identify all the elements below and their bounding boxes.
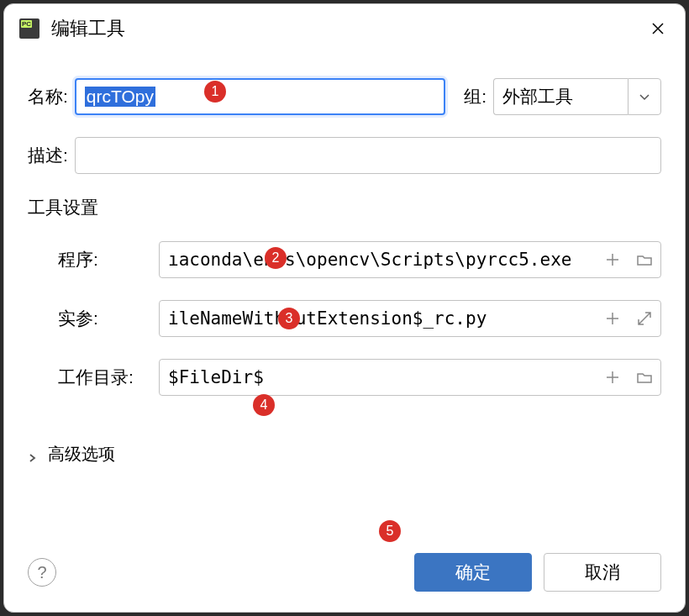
ok-button[interactable]: 确定: [414, 553, 532, 592]
working-dir-browse-button[interactable]: [629, 359, 660, 396]
name-input[interactable]: qrcTOpy: [75, 78, 445, 115]
arguments-input[interactable]: ileNameWithoutExtension$_rc.py: [159, 300, 661, 337]
advanced-options-label: 高级选项: [48, 443, 115, 466]
arguments-expand-button[interactable]: [629, 300, 660, 337]
group-value: 外部工具: [502, 85, 573, 108]
description-input[interactable]: [75, 137, 661, 174]
working-dir-label: 工作目录:: [58, 366, 159, 389]
arguments-value: ileNameWithoutExtension$_rc.py: [160, 308, 597, 329]
program-insert-macro-button[interactable]: [597, 241, 629, 278]
program-input[interactable]: ıaconda\envs\opencv\Scripts\pyrcc5.exe: [159, 241, 661, 278]
pycharm-icon: [19, 18, 39, 39]
plus-icon: [604, 369, 621, 386]
titlebar: 编辑工具: [4, 4, 685, 53]
plus-icon: [604, 310, 621, 327]
annotation-badge-2: 2: [265, 247, 287, 269]
program-value: ıaconda\envs\opencv\Scripts\pyrcc5.exe: [160, 250, 597, 270]
description-label: 描述:: [28, 144, 68, 167]
tool-settings-title: 工具设置: [28, 196, 661, 219]
dialog-content: 1 2 3 4 5 名称: qrcTOpy 组: 外部工具 描述:: [4, 53, 685, 553]
working-dir-insert-macro-button[interactable]: [597, 359, 629, 396]
description-row: 描述:: [28, 137, 661, 174]
group-value-field[interactable]: 外部工具: [493, 78, 628, 115]
annotation-badge-4: 4: [253, 394, 275, 416]
name-label: 名称:: [28, 85, 68, 108]
close-icon: [651, 22, 665, 35]
expand-icon: [636, 310, 653, 327]
close-button[interactable]: [648, 18, 668, 39]
annotation-badge-1: 1: [204, 81, 226, 103]
folder-icon: [636, 251, 653, 268]
program-label: 程序:: [58, 248, 159, 271]
group-dropdown-button[interactable]: [628, 78, 661, 115]
working-dir-value: $FileDir$: [160, 367, 597, 387]
name-group-row: 名称: qrcTOpy 组: 外部工具: [28, 78, 661, 115]
program-browse-button[interactable]: [629, 241, 660, 278]
arguments-insert-macro-button[interactable]: [597, 300, 629, 337]
dialog-footer: ? 确定 取消: [4, 553, 685, 612]
working-dir-row: 工作目录: $FileDir$: [28, 359, 661, 396]
name-value: qrcTOpy: [85, 87, 155, 107]
group-dropdown[interactable]: 外部工具: [493, 78, 661, 115]
plus-icon: [604, 251, 621, 268]
folder-icon: [636, 369, 653, 386]
cancel-button[interactable]: 取消: [544, 553, 661, 592]
question-icon: ?: [37, 563, 46, 582]
help-button[interactable]: ?: [28, 558, 56, 587]
program-row: 程序: ıaconda\envs\opencv\Scripts\pyrcc5.e…: [28, 241, 661, 278]
annotation-badge-5: 5: [379, 520, 401, 542]
dialog-title: 编辑工具: [51, 16, 648, 41]
chevron-down-icon: [639, 91, 650, 103]
working-dir-input[interactable]: $FileDir$: [159, 359, 661, 396]
arguments-row: 实参: ileNameWithoutExtension$_rc.py: [28, 300, 661, 337]
edit-tool-dialog: 编辑工具 1 2 3 4 5 名称: qrcTOpy 组: 外部工具: [3, 3, 686, 613]
chevron-right-icon: [28, 448, 41, 461]
advanced-options-toggle[interactable]: 高级选项: [28, 443, 661, 466]
annotation-badge-3: 3: [278, 308, 300, 329]
arguments-label: 实参:: [58, 307, 159, 330]
group-label: 组:: [464, 85, 487, 108]
